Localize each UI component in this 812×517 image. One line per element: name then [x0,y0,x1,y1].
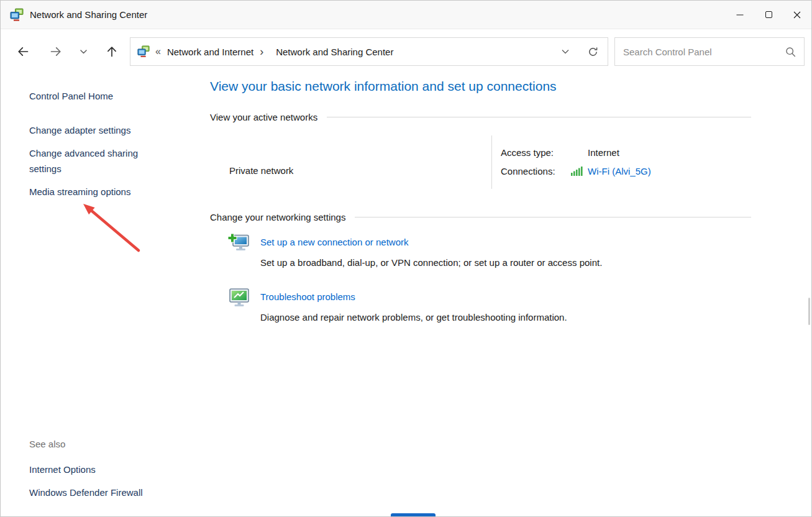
sidebar-item-change-advanced-sharing-settings[interactable]: Change advanced sharing settings [29,145,161,176]
network-info-divider [491,135,492,189]
title-bar: Network and Sharing Center [1,1,811,29]
page-title: View your basic network information and … [210,79,557,94]
close-button[interactable] [783,1,811,29]
window-controls [726,1,811,29]
troubleshoot-problems-icon [229,288,250,308]
maximize-icon [765,11,772,18]
maximize-button[interactable] [754,1,783,29]
sidebar-item-windows-defender-firewall[interactable]: Windows Defender Firewall [29,485,143,500]
minimize-button[interactable] [726,1,754,29]
wifi-signal-icon [571,167,583,176]
breadcrumb-item-network-and-internet[interactable]: Network and Internet [167,47,253,57]
networking-settings-title: Change your networking settings [210,212,345,222]
address-dropdown-icon[interactable] [562,49,569,54]
back-button[interactable] [17,45,29,58]
annotation-arrow [74,196,145,258]
breadcrumb-overflow-chevron[interactable]: « [155,46,161,57]
navigation-toolbar: « Network and Internet › Network and Sha… [1,30,811,70]
sidebar-item-internet-options[interactable]: Internet Options [29,462,96,477]
access-type-value: Internet [588,147,619,158]
refresh-icon[interactable] [588,47,598,57]
section-rule [355,217,751,217]
minimize-icon [736,11,744,19]
app-icon [10,8,24,22]
address-bar[interactable]: « Network and Internet › Network and Sha… [130,37,608,66]
troubleshoot-problems-description: Diagnose and repair network problems, or… [260,312,567,323]
network-sharing-center-window: { "window": { "title": "Network and Shar… [0,0,812,517]
active-networks-title: View your active networks [210,112,317,122]
search-box [614,37,805,66]
recent-pages-chevron-icon[interactable] [80,50,87,54]
see-also-header: See also [29,439,65,449]
close-icon [793,11,801,19]
breadcrumb-separator-icon[interactable]: › [260,46,263,57]
breadcrumb-location-icon[interactable] [137,45,150,58]
search-icon[interactable] [785,47,796,57]
active-networks-section-header: View your active networks [210,112,751,122]
breadcrumb-item-network-and-sharing-center[interactable]: Network and Sharing Center [276,47,393,57]
networking-settings-section-header: Change your networking settings [210,212,751,222]
access-type-row: Access type: Internet [501,143,651,162]
new-connection-icon [227,233,250,254]
up-button[interactable] [106,45,118,58]
sidebar-item-control-panel-home[interactable]: Control Panel Home [29,88,113,104]
scrollbar-thumb[interactable] [808,298,810,325]
sidebar-item-change-adapter-settings[interactable]: Change adapter settings [29,122,130,138]
search-input[interactable] [623,47,785,57]
window-title: Network and Sharing Center [30,9,147,20]
access-type-label: Access type: [501,147,588,158]
section-rule [327,117,751,117]
network-name: Private network [229,165,293,176]
setup-new-connection-link[interactable]: Set up a new connection or network [260,237,408,247]
wifi-connection-link[interactable]: Wi-Fi (Alvi_5G) [588,166,651,176]
forward-button[interactable] [50,45,62,58]
connections-row: Connections: Wi-Fi (Alvi_5G) [501,162,651,180]
taskbar-peek [391,513,436,516]
network-info: Access type: Internet Connections: Wi-Fi… [501,143,651,180]
troubleshoot-problems-link[interactable]: Troubleshoot problems [260,291,355,302]
setup-new-connection-description: Set up a broadband, dial-up, or VPN conn… [260,257,602,268]
